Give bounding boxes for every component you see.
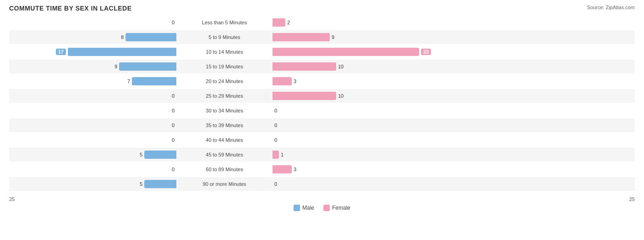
bar-row: 1710 to 14 Minutes23: [9, 45, 635, 59]
left-section: 0: [9, 136, 179, 144]
legend-male: Male: [294, 205, 314, 211]
row-label: 5 to 9 Minutes: [179, 34, 270, 40]
right-section: 9: [270, 33, 440, 41]
right-section: 0: [270, 180, 440, 188]
male-bar: [68, 48, 176, 56]
right-section: 10: [270, 92, 440, 100]
legend: Male Female: [9, 205, 635, 211]
left-section: 0: [9, 165, 179, 173]
row-label: 90 or more Minutes: [179, 181, 270, 187]
male-value: 0: [166, 93, 175, 99]
left-section: 5: [9, 180, 179, 188]
row-label: 45 to 59 Minutes: [179, 152, 270, 157]
bar-row: 720 to 24 Minutes3: [9, 74, 635, 88]
left-section: 8: [9, 33, 179, 41]
male-bar: [144, 151, 176, 159]
axis-left: 25: [9, 196, 15, 202]
male-value-badge: 17: [56, 49, 66, 55]
left-section: 0: [9, 18, 179, 27]
bar-row: 040 to 44 Minutes0: [9, 133, 635, 147]
female-value: 1: [281, 152, 289, 157]
right-section: 10: [270, 62, 440, 71]
row-label: 25 to 29 Minutes: [179, 93, 270, 99]
row-label: 15 to 19 Minutes: [179, 64, 270, 69]
legend-female-box: [323, 205, 330, 211]
chart-area: 0Less than 5 Minutes285 to 9 Minutes9171…: [9, 16, 635, 195]
row-label: 40 to 44 Minutes: [179, 137, 270, 143]
chart-container: COMMUTE TIME BY SEX IN LACLEDE Source: Z…: [0, 0, 644, 240]
source-text: Source: ZipAtlas.com: [587, 5, 635, 10]
left-section: 7: [9, 77, 179, 85]
male-value: 0: [166, 20, 175, 25]
right-section: 0: [270, 121, 440, 129]
bar-row: 915 to 19 Minutes10: [9, 60, 635, 73]
male-value: 0: [166, 108, 175, 113]
bar-row: 035 to 39 Minutes0: [9, 118, 635, 132]
female-bar: [273, 77, 292, 85]
row-label: 30 to 34 Minutes: [179, 108, 270, 113]
axis-right: 25: [629, 196, 635, 202]
male-bar: [144, 180, 176, 188]
legend-male-label: Male: [302, 205, 314, 211]
male-value: 9: [109, 64, 117, 69]
right-section: 3: [270, 77, 440, 85]
male-value: 8: [115, 34, 124, 40]
male-value: 5: [134, 181, 142, 187]
female-bar: [273, 33, 330, 41]
bar-row: 545 to 59 Minutes1: [9, 148, 635, 162]
female-value: 0: [274, 108, 283, 113]
male-value: 0: [166, 137, 175, 143]
female-value-badge: 23: [421, 49, 431, 55]
right-section: 0: [270, 106, 440, 115]
female-value: 2: [287, 20, 295, 25]
left-section: 9: [9, 62, 179, 71]
left-section: 0: [9, 92, 179, 100]
female-bar: [273, 92, 336, 100]
female-bar: [273, 165, 292, 173]
bar-row: 060 to 89 Minutes3: [9, 162, 635, 176]
male-value: 0: [166, 123, 175, 128]
right-section: 1: [270, 151, 440, 159]
legend-female: Female: [323, 205, 350, 211]
right-section: 0: [270, 136, 440, 144]
bar-row: 85 to 9 Minutes9: [9, 30, 635, 44]
male-bar: [132, 77, 176, 85]
female-value: 0: [274, 181, 283, 187]
male-bar: [126, 33, 176, 41]
female-value: 0: [274, 123, 283, 128]
male-value: 0: [166, 167, 175, 172]
right-section: 2: [270, 18, 440, 27]
left-section: 0: [9, 106, 179, 115]
bar-row: 0Less than 5 Minutes2: [9, 16, 635, 29]
male-bar: [119, 62, 176, 71]
row-label: 60 to 89 Minutes: [179, 167, 270, 172]
female-value: 9: [332, 34, 340, 40]
female-value: 3: [294, 78, 302, 84]
bar-row: 590 or more Minutes0: [9, 177, 635, 191]
bar-row: 025 to 29 Minutes10: [9, 89, 635, 103]
legend-male-box: [294, 205, 300, 211]
left-section: 0: [9, 121, 179, 129]
female-bar: [273, 62, 336, 71]
left-section: 5: [9, 151, 179, 159]
female-value: 10: [338, 93, 346, 99]
row-label: Less than 5 Minutes: [179, 20, 270, 25]
female-bar: [273, 151, 279, 159]
female-value: 10: [338, 64, 346, 69]
male-value: 5: [134, 152, 142, 157]
chart-title: COMMUTE TIME BY SEX IN LACLEDE: [9, 5, 635, 12]
right-section: 23: [270, 48, 440, 56]
female-bar: [273, 48, 419, 56]
left-section: 17: [9, 48, 179, 56]
row-label: 20 to 24 Minutes: [179, 78, 270, 84]
right-section: 3: [270, 165, 440, 173]
female-bar: [273, 18, 285, 27]
legend-female-label: Female: [332, 205, 350, 211]
row-label: 35 to 39 Minutes: [179, 123, 270, 128]
male-value: 7: [122, 78, 130, 84]
row-label: 10 to 14 Minutes: [179, 49, 270, 55]
axis-labels: 25 25: [9, 196, 635, 202]
female-value: 0: [274, 137, 283, 143]
female-value: 3: [294, 167, 302, 172]
bar-row: 030 to 34 Minutes0: [9, 104, 635, 117]
